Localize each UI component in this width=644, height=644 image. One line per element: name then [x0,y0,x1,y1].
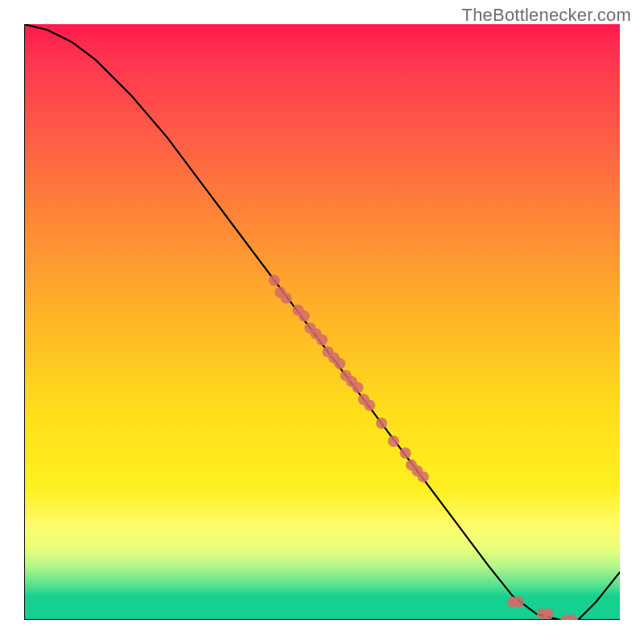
data-point [281,292,292,303]
data-point [299,311,310,322]
data-point [418,471,429,482]
data-points-group [269,275,578,620]
data-point [316,334,328,345]
plot-svg [24,24,620,620]
plot-area [24,24,620,620]
data-point [364,400,375,411]
bottleneck-curve [24,24,620,620]
data-point [543,609,554,620]
data-point [269,275,280,286]
chart-root: TheBottlenecker.com [0,0,644,644]
data-point [513,597,524,608]
data-point [352,382,363,393]
data-point [400,448,411,459]
data-point [388,436,399,447]
data-point [376,418,387,429]
data-point [334,358,345,369]
watermark-text: TheBottlenecker.com [462,5,631,26]
